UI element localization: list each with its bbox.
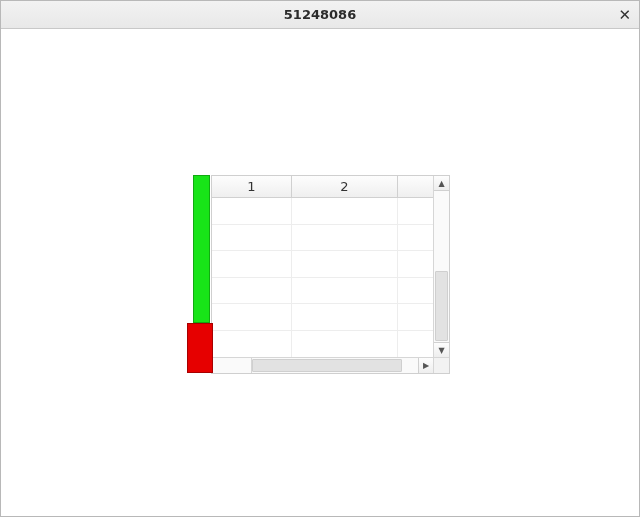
layered-panel: 1 2	[187, 175, 450, 374]
table-cell[interactable]	[292, 251, 398, 277]
table-cell[interactable]	[398, 278, 433, 304]
table-cell[interactable]	[212, 225, 292, 251]
close-icon[interactable]: ✕	[618, 1, 631, 29]
table-cell[interactable]	[398, 225, 433, 251]
table-cell[interactable]	[398, 251, 433, 277]
table-cell[interactable]	[292, 278, 398, 304]
column-header[interactable]: 2	[292, 176, 398, 197]
table-cell[interactable]	[398, 198, 433, 224]
column-header[interactable]: 1	[212, 176, 292, 197]
table-cell[interactable]	[292, 225, 398, 251]
scroll-right-icon[interactable]: ▶	[418, 358, 433, 373]
scrollbar-stub	[212, 358, 252, 373]
vertical-scroll-thumb[interactable]	[435, 271, 448, 341]
table-row[interactable]	[212, 198, 433, 225]
vertical-scrollbar[interactable]: ▲ ▼	[433, 176, 449, 357]
green-panel[interactable]	[193, 175, 210, 323]
table-cell[interactable]	[292, 331, 398, 357]
table-row[interactable]	[212, 225, 433, 252]
table-body[interactable]	[212, 198, 433, 357]
table-cell[interactable]	[398, 331, 433, 357]
horizontal-scroll-thumb[interactable]	[252, 359, 402, 372]
client-area: 1 2	[2, 30, 638, 515]
table-cell[interactable]	[212, 278, 292, 304]
table-cell[interactable]	[212, 304, 292, 330]
data-table[interactable]: 1 2	[211, 175, 450, 374]
scroll-down-icon[interactable]: ▼	[434, 342, 449, 357]
table-cell[interactable]	[292, 304, 398, 330]
horizontal-scroll-track[interactable]	[252, 358, 418, 373]
table-cell[interactable]	[212, 331, 292, 357]
table-row[interactable]	[212, 278, 433, 305]
table-cell[interactable]	[292, 198, 398, 224]
titlebar[interactable]: 51248086 ✕	[1, 1, 639, 29]
table-row[interactable]	[212, 304, 433, 331]
table-row[interactable]	[212, 251, 433, 278]
scroll-up-icon[interactable]: ▲	[434, 176, 449, 191]
table-header-row: 1 2	[212, 176, 433, 198]
scrollbar-corner	[433, 357, 449, 373]
table-cell[interactable]	[398, 304, 433, 330]
table-cell[interactable]	[212, 198, 292, 224]
horizontal-scrollbar[interactable]: ▶	[212, 357, 433, 373]
window-title: 51248086	[284, 7, 356, 22]
red-panel[interactable]	[187, 323, 213, 373]
vertical-scroll-track[interactable]	[434, 191, 449, 342]
column-header[interactable]	[398, 176, 433, 197]
app-window: 51248086 ✕ 1 2	[0, 0, 640, 517]
table-cell[interactable]	[212, 251, 292, 277]
table-row[interactable]	[212, 331, 433, 357]
